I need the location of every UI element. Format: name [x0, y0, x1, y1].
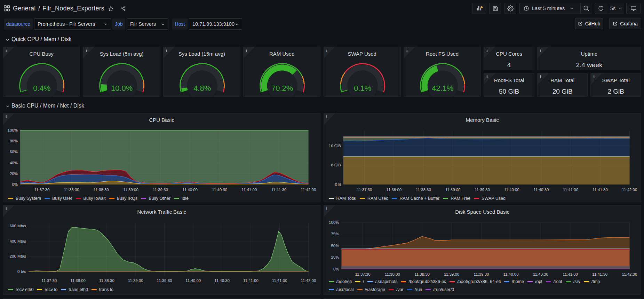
svg-text:11:39:00: 11:39:00	[128, 278, 143, 283]
svg-text:11:40:30: 11:40:30	[533, 188, 549, 192]
svg-text:11:41:00: 11:41:00	[563, 272, 578, 276]
svg-text:11:38:00: 11:38:00	[64, 188, 79, 192]
svg-text:11:39:30: 11:39:30	[475, 188, 490, 192]
svg-text:11:42:00: 11:42:00	[301, 278, 316, 283]
svg-text:0.1%: 0.1%	[354, 84, 371, 93]
svg-text:11:40:00: 11:40:00	[185, 278, 201, 283]
svg-text:11:38:30: 11:38:30	[99, 278, 114, 283]
svg-text:11:40:00: 11:40:00	[182, 188, 198, 192]
svg-text:11:39:30: 11:39:30	[157, 278, 172, 283]
svg-text:0 B: 0 B	[335, 182, 341, 187]
svg-text:11:40:30: 11:40:30	[214, 278, 230, 283]
svg-text:11:39:00: 11:39:00	[444, 272, 459, 276]
svg-text:100%: 100%	[329, 220, 339, 225]
svg-text:11:39:00: 11:39:00	[445, 188, 460, 192]
svg-text:11:41:30: 11:41:30	[592, 188, 607, 192]
svg-text:25%: 25%	[331, 255, 339, 259]
svg-text:11:37:30: 11:37:30	[357, 188, 372, 192]
svg-text:11:41:30: 11:41:30	[271, 188, 286, 192]
svg-text:11:42:00: 11:42:00	[301, 188, 316, 192]
svg-text:100%: 100%	[8, 128, 18, 132]
svg-text:40%: 40%	[10, 161, 18, 165]
svg-text:11:39:00: 11:39:00	[123, 188, 138, 192]
svg-text:11:41:00: 11:41:00	[563, 188, 578, 192]
svg-text:20%: 20%	[10, 172, 18, 176]
svg-text:80%: 80%	[10, 139, 18, 143]
svg-text:11:38:30: 11:38:30	[414, 272, 430, 276]
svg-text:75%: 75%	[331, 232, 339, 236]
svg-text:11:40:30: 11:40:30	[533, 272, 548, 276]
svg-text:42.1%: 42.1%	[432, 84, 453, 93]
svg-text:11:38:00: 11:38:00	[384, 272, 400, 276]
svg-text:8 GiB: 8 GiB	[331, 163, 341, 167]
svg-text:11:39:30: 11:39:30	[474, 272, 489, 276]
svg-text:600 Mb/s: 600 Mb/s	[10, 224, 26, 228]
svg-text:4.8%: 4.8%	[193, 84, 211, 93]
svg-text:11:39:30: 11:39:30	[153, 188, 168, 192]
svg-text:11:40:30: 11:40:30	[212, 188, 227, 192]
svg-text:400 Mb/s: 400 Mb/s	[10, 239, 26, 243]
svg-text:11:38:30: 11:38:30	[94, 188, 109, 192]
svg-text:10.0%: 10.0%	[111, 84, 133, 93]
svg-text:0%: 0%	[12, 182, 18, 187]
svg-text:50%: 50%	[331, 244, 339, 248]
svg-text:11:38:00: 11:38:00	[70, 278, 86, 283]
svg-text:11:40:00: 11:40:00	[504, 188, 519, 192]
svg-text:60%: 60%	[10, 150, 18, 154]
svg-text:11:37:30: 11:37:30	[355, 272, 370, 276]
svg-text:0 b/s: 0 b/s	[17, 269, 26, 274]
svg-text:11:38:30: 11:38:30	[415, 188, 431, 192]
svg-text:200 Mb/s: 200 Mb/s	[10, 254, 26, 258]
svg-text:16 GiB: 16 GiB	[328, 144, 341, 148]
svg-text:11:41:30: 11:41:30	[592, 272, 607, 276]
svg-text:11:37:30: 11:37:30	[41, 278, 57, 283]
svg-text:0%: 0%	[333, 267, 339, 271]
svg-text:11:41:00: 11:41:00	[241, 188, 257, 192]
svg-text:11:41:30: 11:41:30	[272, 278, 287, 283]
svg-text:11:41:00: 11:41:00	[243, 278, 259, 283]
svg-text:70.2%: 70.2%	[271, 84, 293, 93]
svg-text:11:40:00: 11:40:00	[503, 272, 518, 276]
svg-text:11:42:00: 11:42:00	[622, 188, 637, 192]
svg-text:11:37:30: 11:37:30	[34, 188, 50, 192]
svg-text:11:38:00: 11:38:00	[386, 188, 401, 192]
svg-text:11:42:00: 11:42:00	[622, 272, 637, 276]
svg-text:0.4%: 0.4%	[33, 84, 50, 93]
